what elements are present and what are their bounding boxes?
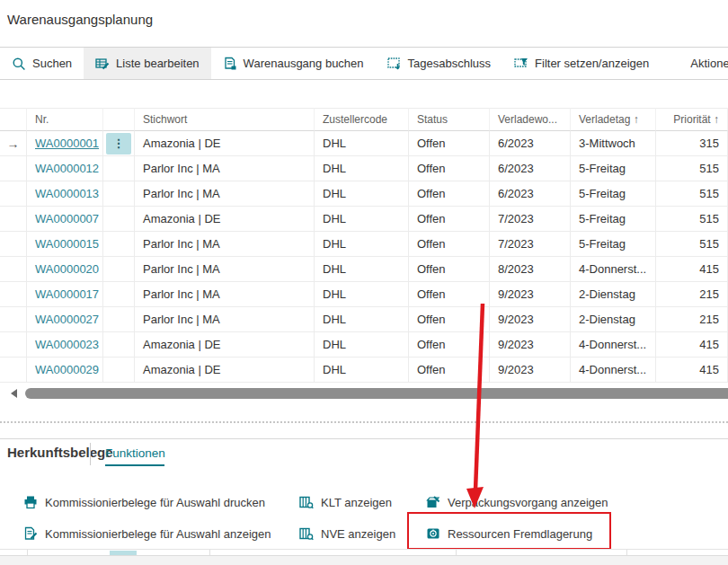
header-nr[interactable]: Nr. bbox=[27, 108, 103, 131]
status-cell: Offen bbox=[409, 257, 490, 282]
prioritaet-cell: 415 bbox=[656, 332, 728, 358]
row-menu-icon[interactable]: ⋮ bbox=[106, 133, 131, 154]
action-show-nve[interactable]: NVE anzeigen bbox=[299, 524, 395, 543]
action-show-klt[interactable]: KLT anzeigen bbox=[299, 492, 392, 512]
zustellercode-cell: DHL bbox=[315, 131, 409, 156]
header-stichwort[interactable]: Stichwort bbox=[135, 108, 315, 131]
row-indicator: → bbox=[0, 282, 27, 307]
table-row[interactable]: → WA0000007 ⋮ Amazonia | DE DHL Offen 7/… bbox=[0, 207, 728, 232]
selected-row-arrow-icon: → bbox=[7, 137, 20, 151]
table-row[interactable]: → WA0000001 ⋮ Amazonia | DE DHL Offen 6/… bbox=[0, 131, 728, 156]
row-menu-cell: ⋮ bbox=[103, 156, 135, 181]
table-row[interactable]: → WA0000029 ⋮ Amazonia | DE DHL Offen 9/… bbox=[0, 358, 728, 383]
prioritaet-cell: 515 bbox=[656, 232, 728, 257]
day-close-icon bbox=[387, 57, 402, 71]
nr-link[interactable]: WA0000012 bbox=[35, 162, 99, 175]
tab-funktionen[interactable]: Funktionen bbox=[105, 446, 165, 460]
table-header-row: Nr. Stichwort Zustellercode Status Verla… bbox=[0, 108, 728, 131]
page-title: Warenausgangsplanung bbox=[7, 12, 153, 27]
search-button[interactable]: Suchen bbox=[0, 48, 84, 79]
nr-link[interactable]: WA0000001 bbox=[35, 137, 99, 150]
nr-link[interactable]: WA0000007 bbox=[35, 212, 99, 225]
day-close-button[interactable]: Tagesabschluss bbox=[376, 48, 503, 79]
day-close-label: Tagesabschluss bbox=[408, 57, 492, 70]
prioritaet-cell: 415 bbox=[656, 358, 728, 383]
nr-link[interactable]: WA0000015 bbox=[35, 237, 99, 251]
nr-link[interactable]: WA0000023 bbox=[35, 338, 99, 351]
section-title: Herkunftsbelege bbox=[7, 445, 113, 460]
view-box-icon bbox=[299, 495, 314, 509]
edit-list-button[interactable]: Liste bearbeiten bbox=[84, 48, 211, 79]
action-ressourcen-fremdlagerung[interactable]: Ressourcen Fremdlagerung bbox=[426, 524, 592, 543]
table-row[interactable]: → WA0000015 ⋮ Parlor Inc | MA DHL Offen … bbox=[0, 232, 728, 257]
filter-icon bbox=[514, 57, 528, 71]
shipment-table: Nr. Stichwort Zustellercode Status Verla… bbox=[0, 108, 728, 383]
scroll-left-icon[interactable] bbox=[11, 389, 17, 398]
header-verladewoche[interactable]: Verladewo... bbox=[490, 108, 571, 131]
action-label: Ressourcen Fremdlagerung bbox=[448, 527, 592, 541]
verladewoche-cell: 9/2023 bbox=[490, 332, 571, 358]
verladetag-cell: 4-Donnerst... bbox=[571, 257, 656, 282]
nr-cell: WA0000027 bbox=[27, 307, 103, 332]
row-indicator: → bbox=[0, 131, 27, 156]
table-body: → WA0000001 ⋮ Amazonia | DE DHL Offen 6/… bbox=[0, 131, 728, 383]
status-cell: Offen bbox=[409, 181, 490, 207]
header-status[interactable]: Status bbox=[409, 108, 490, 131]
zustellercode-cell: DHL bbox=[315, 207, 409, 232]
zustellercode-cell: DHL bbox=[315, 282, 409, 307]
table-row[interactable]: → WA0000027 ⋮ Parlor Inc | MA DHL Offen … bbox=[0, 307, 728, 332]
package-icon bbox=[426, 495, 440, 509]
row-indicator: → bbox=[0, 257, 27, 282]
table-row[interactable]: → WA0000017 ⋮ Parlor Inc | MA DHL Offen … bbox=[0, 282, 728, 307]
warenausgangsplanung-page: Warenausgangsplanung Suchen Liste bearbe… bbox=[0, 0, 728, 565]
nr-link[interactable]: WA0000020 bbox=[35, 262, 99, 276]
post-shipment-label: Warenausgang buchen bbox=[244, 57, 364, 70]
table-row[interactable]: → WA0000023 ⋮ Amazonia | DE DHL Offen 9/… bbox=[0, 332, 728, 358]
nr-link[interactable]: WA0000027 bbox=[35, 313, 99, 326]
print-icon bbox=[23, 495, 38, 509]
prioritaet-cell: 215 bbox=[656, 307, 728, 332]
stichwort-cell: Amazonia | DE bbox=[135, 358, 315, 383]
action-show-packing-process[interactable]: Verpackungsvorgang anzeigen bbox=[426, 492, 608, 512]
header-zustellercode[interactable]: Zustellercode bbox=[315, 108, 409, 131]
status-cell: Offen bbox=[409, 332, 490, 358]
row-indicator: → bbox=[0, 232, 27, 257]
verladewoche-cell: 7/2023 bbox=[490, 207, 571, 232]
header-verladetag[interactable]: Verladetag ↑ bbox=[571, 108, 656, 131]
scrollbar-thumb[interactable] bbox=[25, 388, 728, 399]
nr-link[interactable]: WA0000017 bbox=[35, 287, 99, 301]
verladewoche-cell: 6/2023 bbox=[490, 131, 571, 156]
row-menu-cell: ⋮ bbox=[103, 207, 135, 232]
action-show-picking-docs[interactable]: Kommissionierbelege für Auswahl anzeigen bbox=[23, 524, 271, 543]
search-icon bbox=[12, 57, 26, 71]
verladewoche-cell: 9/2023 bbox=[490, 307, 571, 332]
verladetag-cell: 2-Dienstag bbox=[571, 282, 656, 307]
row-menu-cell: ⋮ bbox=[103, 131, 135, 156]
prioritaet-cell: 515 bbox=[656, 156, 728, 181]
zustellercode-cell: DHL bbox=[315, 358, 409, 383]
row-indicator: → bbox=[0, 307, 27, 332]
actions-menu-button[interactable]: Aktionen bbox=[679, 48, 728, 79]
horizontal-scrollbar[interactable] bbox=[0, 386, 728, 400]
verladetag-cell: 5-Freitag bbox=[571, 232, 656, 257]
status-cell: Offen bbox=[409, 282, 490, 307]
filter-button[interactable]: Filter setzen/anzeigen bbox=[502, 48, 661, 79]
verladetag-cell: 2-Dienstag bbox=[571, 307, 656, 332]
nr-link[interactable]: WA0000013 bbox=[35, 187, 99, 200]
table-row[interactable]: → WA0000012 ⋮ Parlor Inc | MA DHL Offen … bbox=[0, 156, 728, 181]
table-row[interactable]: → WA0000020 ⋮ Parlor Inc | MA DHL Offen … bbox=[0, 257, 728, 282]
header-prioritaet[interactable]: Priorität ↑ bbox=[656, 108, 728, 131]
nr-cell: WA0000015 bbox=[27, 232, 103, 257]
row-menu-cell: ⋮ bbox=[103, 358, 135, 383]
status-cell: Offen bbox=[409, 156, 490, 181]
status-cell: Offen bbox=[409, 307, 490, 332]
status-cell: Offen bbox=[409, 232, 490, 257]
verladewoche-cell: 6/2023 bbox=[490, 181, 571, 207]
table-row[interactable]: → WA0000013 ⋮ Parlor Inc | MA DHL Offen … bbox=[0, 181, 728, 207]
verladetag-cell: 5-Freitag bbox=[571, 156, 656, 181]
action-label: Kommissionierbelege für Auswahl anzeigen bbox=[45, 527, 271, 541]
nr-link[interactable]: WA0000029 bbox=[35, 363, 99, 376]
edit-list-icon bbox=[95, 57, 110, 71]
action-print-picking-docs[interactable]: Kommissionierbelege für Auswahl drucken bbox=[23, 492, 265, 512]
post-shipment-button[interactable]: Warenausgang buchen bbox=[211, 48, 376, 79]
